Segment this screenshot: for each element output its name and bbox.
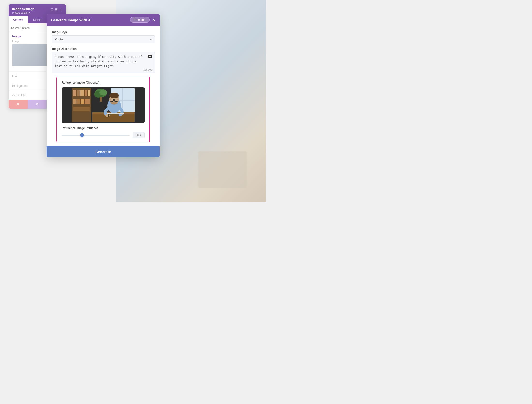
undo-button[interactable]: ↺ [28, 100, 47, 109]
tab-design[interactable]: Design [28, 16, 47, 23]
panel-title: Image Settings [12, 7, 34, 11]
textarea-container: AI 128/200 [52, 52, 155, 73]
slider-value: 30% [133, 132, 145, 138]
image-description-textarea[interactable] [52, 52, 155, 72]
svg-rect-9 [76, 99, 80, 104]
image-style-label: Image Style [52, 30, 155, 34]
modal-header: Generate Image With AI Free Trial ✕ [47, 14, 160, 26]
image-style-select[interactable]: Photo Illustration Sketch Oil Painting [52, 35, 155, 43]
svg-point-16 [99, 90, 107, 95]
influence-label: Reference Image Influence [62, 126, 145, 130]
reference-image-box[interactable] [62, 87, 145, 123]
slider-thumb[interactable] [80, 133, 84, 137]
generate-button-label: Generate [95, 150, 111, 154]
svg-rect-6 [88, 90, 90, 96]
svg-rect-10 [81, 99, 84, 104]
slider-row: 30% [62, 132, 145, 138]
panel-header-icons: ⊡ ⊞ ⋮ [51, 8, 62, 11]
generate-image-modal: Generate Image With AI Free Trial ✕ Imag… [47, 14, 160, 157]
char-count: 128/200 [143, 68, 152, 71]
modal-header-right: Free Trial ✕ [130, 17, 155, 23]
slider-fill [62, 135, 82, 136]
image-description-label: Image Description [52, 47, 155, 51]
svg-rect-3 [77, 90, 80, 96]
panel-icon-more[interactable]: ⋮ [59, 8, 62, 11]
svg-rect-11 [85, 99, 90, 104]
svg-rect-12 [73, 106, 90, 106]
svg-rect-5 [85, 90, 87, 96]
free-trial-badge: Free Trial [130, 17, 150, 23]
panel-preset[interactable]: Preset: Default ▾ [12, 11, 34, 14]
background-label: Background [12, 84, 28, 88]
ai-badge: AI [148, 55, 152, 58]
svg-rect-32 [108, 114, 109, 117]
svg-rect-30 [107, 113, 124, 114]
svg-rect-8 [73, 99, 76, 104]
svg-point-29 [111, 102, 118, 105]
reference-image-label: Reference Image (Optional) [62, 81, 145, 84]
panel-icon-columns[interactable]: ⊞ [55, 8, 58, 11]
panel-icon-crop[interactable]: ⊡ [51, 8, 53, 11]
reference-image-svg [72, 88, 135, 122]
svg-point-31 [106, 114, 110, 117]
link-label: Link [12, 75, 17, 78]
modal-title: Generate Image With AI [51, 18, 92, 22]
svg-rect-22 [92, 114, 135, 122]
reference-image-section: Reference Image (Optional) [56, 77, 150, 142]
modal-close-button[interactable]: ✕ [152, 18, 155, 22]
svg-rect-13 [73, 107, 90, 111]
cancel-button[interactable]: ✕ [9, 100, 28, 109]
svg-rect-17 [100, 97, 102, 102]
image-description-group: Image Description AI 128/200 [52, 47, 155, 73]
preset-dropdown-arrow: ▾ [29, 12, 30, 14]
admin-label: Admin label [12, 94, 27, 97]
svg-rect-4 [80, 90, 84, 96]
svg-rect-7 [73, 98, 90, 98]
svg-rect-2 [73, 90, 76, 96]
image-style-group: Image Style Photo Illustration Sketch Oi… [52, 30, 155, 43]
generate-button[interactable]: Generate [47, 146, 160, 157]
modal-body: Image Style Photo Illustration Sketch Oi… [47, 26, 160, 142]
svg-point-25 [109, 93, 119, 98]
tab-content[interactable]: Content [9, 16, 28, 23]
influence-slider[interactable] [62, 135, 130, 136]
